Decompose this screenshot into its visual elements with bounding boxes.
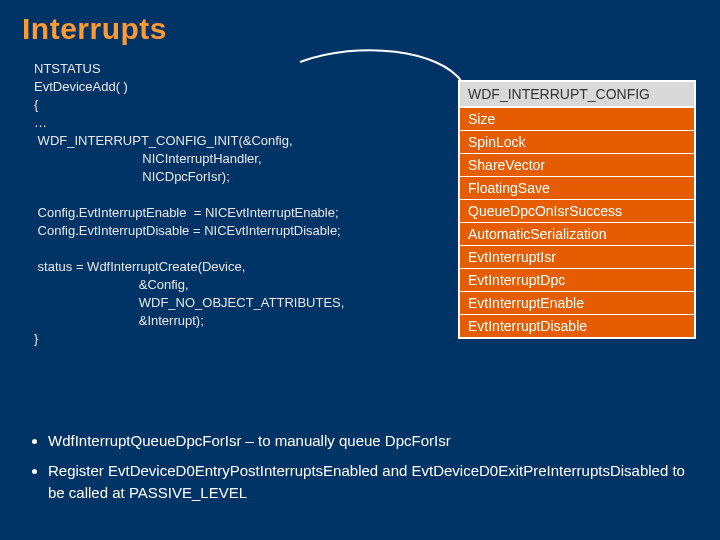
table-row: EvtInterruptDisable	[460, 314, 694, 337]
table-row: FloatingSave	[460, 176, 694, 199]
table-row: EvtInterruptEnable	[460, 291, 694, 314]
table-header: WDF_INTERRUPT_CONFIG	[460, 82, 694, 107]
table-row: AutomaticSerialization	[460, 222, 694, 245]
slide-title: Interrupts	[22, 12, 167, 46]
config-struct-table: WDF_INTERRUPT_CONFIG Size SpinLock Share…	[458, 80, 696, 339]
table-row: QueueDpcOnIsrSuccess	[460, 199, 694, 222]
table-row: ShareVector	[460, 153, 694, 176]
table-row: EvtInterruptDpc	[460, 268, 694, 291]
code-block: NTSTATUS EvtDeviceAdd( ) { … WDF_INTERRU…	[34, 60, 344, 348]
bullet-list: WdfInterruptQueueDpcForIsr – to manually…	[22, 430, 696, 512]
table-row: Size	[460, 107, 694, 130]
list-item: WdfInterruptQueueDpcForIsr – to manually…	[48, 430, 696, 452]
table-row: EvtInterruptIsr	[460, 245, 694, 268]
list-item: Register EvtDeviceD0EntryPostInterruptsE…	[48, 460, 696, 504]
table-row: SpinLock	[460, 130, 694, 153]
